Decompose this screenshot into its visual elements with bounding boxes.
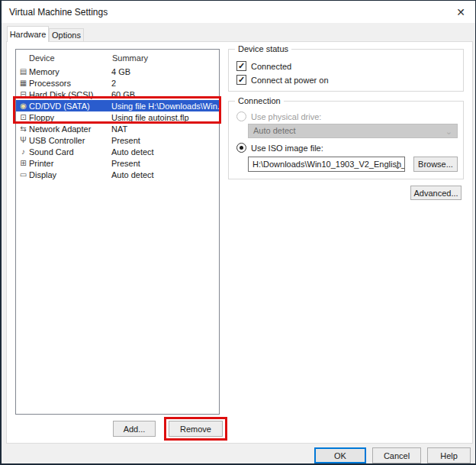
power-on-checkbox[interactable]: ✓ (236, 75, 246, 85)
connected-checkbox-row[interactable]: ✓ Connected (236, 61, 291, 71)
window-title: Virtual Machine Settings (9, 7, 108, 18)
device-name: Memory (29, 67, 111, 76)
browse-button[interactable]: Browse... (413, 157, 458, 172)
device-name: Floppy (29, 113, 111, 122)
device-summary: 60 GB (111, 90, 219, 99)
device-summary: Auto detect (111, 147, 219, 157)
memory-icon: ▤ (18, 66, 28, 77)
table-row[interactable]: ⊟Hard Disk (SCSI)60 GB (16, 89, 219, 100)
power-on-checkbox-row[interactable]: ✓ Connect at power on (236, 75, 329, 85)
remove-button[interactable]: Remove (169, 421, 223, 437)
device-list[interactable]: Device Summary ▤Memory4 GB▦Processors2⊟H… (15, 49, 220, 415)
tab-hardware[interactable]: Hardware (7, 26, 49, 42)
processor-icon: ▦ (18, 77, 28, 89)
usb-icon: Ψ (18, 134, 28, 146)
hard-disk-icon: ⊟ (18, 89, 28, 100)
physical-drive-select: Auto detect ⌄ (248, 124, 458, 138)
device-list-header: Device Summary (16, 50, 219, 66)
device-name: USB Controller (29, 136, 111, 145)
floppy-icon: ⊡ (18, 111, 28, 123)
device-name: Hard Disk (SCSI) (29, 90, 111, 99)
device-name: Sound Card (29, 147, 111, 157)
add-button[interactable]: Add... (113, 421, 156, 437)
device-summary: Present (111, 136, 219, 145)
table-row[interactable]: ♪Sound CardAuto detect (16, 146, 219, 157)
table-row[interactable]: ⊞PrinterPresent (16, 157, 219, 169)
physical-drive-radio[interactable] (236, 111, 246, 121)
advanced-button[interactable]: Advanced... (410, 186, 462, 200)
network-adapter-icon: ⇆ (18, 123, 28, 134)
physical-drive-radio-row[interactable]: Use physical drive: (236, 111, 321, 121)
device-summary: Auto detect (111, 170, 219, 179)
sound-icon: ♪ (18, 146, 28, 157)
chevron-down-icon[interactable]: ⌄ (394, 159, 401, 172)
table-row[interactable]: ▤Memory4 GB (16, 66, 219, 77)
hardware-tab-page: Device Summary ▤Memory4 GB▦Processors2⊟H… (6, 41, 473, 444)
table-row[interactable]: ▦Processors2 (16, 77, 219, 89)
device-rows: ▤Memory4 GB▦Processors2⊟Hard Disk (SCSI)… (16, 66, 219, 180)
device-name: Processors (29, 79, 111, 88)
device-name: Printer (29, 159, 111, 168)
column-header-summary[interactable]: Summary (112, 53, 148, 63)
device-name: CD/DVD (SATA) (29, 102, 111, 111)
tab-options[interactable]: Options (49, 28, 84, 42)
iso-path-combobox[interactable]: H:\Downloads\Win10_1903_V2_English_x6 ⌄ (248, 157, 405, 172)
help-button[interactable]: Help (427, 447, 471, 463)
connected-label: Connected (251, 62, 291, 71)
connection-label: Connection (235, 96, 284, 105)
table-row[interactable]: ⇆Network AdapterNAT (16, 123, 219, 134)
display-icon: ▭ (18, 169, 28, 180)
printer-icon: ⊞ (18, 157, 28, 169)
device-summary: 2 (111, 79, 219, 88)
close-icon[interactable]: ✕ (453, 5, 468, 19)
table-row[interactable]: ◉CD/DVD (SATA)Using file H:\Downloads\Wi… (16, 100, 219, 111)
chevron-down-icon: ⌄ (445, 125, 452, 138)
table-row[interactable]: ⊡FloppyUsing file autoinst.flp (16, 111, 219, 123)
cd-dvd-icon: ◉ (18, 100, 28, 111)
device-summary: Using file autoinst.flp (111, 113, 219, 122)
iso-radio[interactable] (236, 143, 246, 153)
connection-group: Connection Use physical drive: Auto dete… (228, 101, 464, 179)
iso-label: Use ISO image file: (251, 144, 323, 153)
vm-settings-dialog: Virtual Machine Settings ✕ HardwareOptio… (0, 0, 476, 465)
table-row[interactable]: ΨUSB ControllerPresent (16, 134, 219, 146)
titlebar: Virtual Machine Settings ✕ (2, 1, 475, 23)
device-summary: 4 GB (111, 67, 219, 76)
device-status-label: Device status (235, 44, 291, 53)
connected-checkbox[interactable]: ✓ (236, 61, 246, 71)
device-summary: NAT (111, 124, 219, 134)
physical-drive-label: Use physical drive: (251, 112, 321, 121)
device-summary: Using file H:\Downloads\Win... (111, 102, 219, 111)
iso-path-value: H:\Downloads\Win10_1903_V2_English_x6 (252, 160, 405, 169)
physical-drive-value: Auto detect (253, 126, 296, 135)
device-name: Display (29, 170, 111, 179)
device-name: Network Adapter (29, 124, 111, 134)
column-header-device[interactable]: Device (29, 53, 55, 63)
ok-button[interactable]: OK (314, 447, 366, 463)
device-summary: Present (111, 159, 219, 168)
table-row[interactable]: ▭DisplayAuto detect (16, 169, 219, 180)
cancel-button[interactable]: Cancel (372, 447, 421, 463)
device-status-group: Device status ✓ Connected ✓ Connect at p… (228, 49, 464, 92)
iso-radio-row[interactable]: Use ISO image file: (236, 143, 323, 153)
power-on-label: Connect at power on (251, 76, 329, 85)
